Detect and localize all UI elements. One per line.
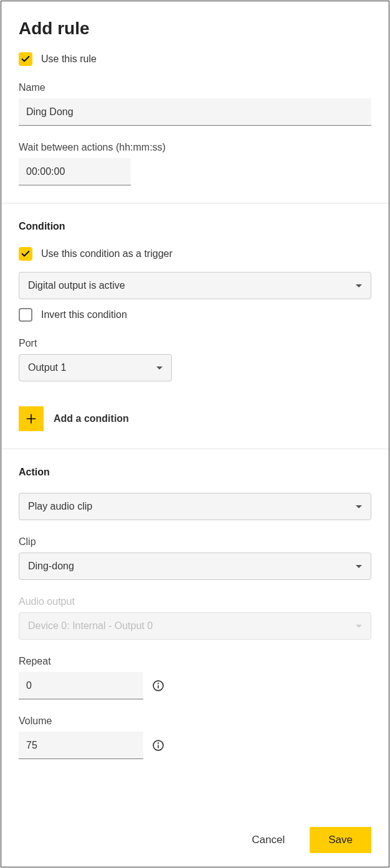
add-condition-label: Add a condition — [54, 413, 129, 424]
action-type-value: Play audio clip — [28, 501, 92, 512]
repeat-label: Repeat — [19, 656, 371, 667]
use-as-trigger-checkbox[interactable] — [19, 247, 32, 261]
svg-point-4 — [158, 683, 159, 684]
save-button[interactable]: Save — [310, 827, 371, 853]
use-as-trigger-row: Use this condition as a trigger — [19, 247, 371, 261]
condition-title: Condition — [19, 221, 371, 232]
port-select[interactable]: Output 1 — [19, 354, 172, 381]
page-title: Add rule — [19, 19, 371, 39]
name-input[interactable] — [19, 98, 371, 126]
chevron-down-icon — [356, 625, 362, 628]
info-icon[interactable] — [152, 679, 164, 692]
chevron-down-icon — [356, 565, 362, 568]
chevron-down-icon — [156, 366, 163, 370]
action-type-select[interactable]: Play audio clip — [19, 493, 371, 520]
wait-label: Wait between actions (hh:mm:ss) — [19, 142, 371, 153]
audio-output-select: Device 0: Internal - Output 0 — [19, 612, 371, 640]
cancel-button[interactable]: Cancel — [248, 833, 288, 847]
volume-input[interactable] — [19, 732, 143, 759]
wait-field-block: Wait between actions (hh:mm:ss) — [19, 142, 371, 185]
invert-row: Invert this condition — [19, 308, 371, 322]
use-rule-label: Use this rule — [41, 54, 97, 65]
footer: Cancel Save — [248, 827, 371, 853]
rule-header-section: Add rule Use this rule Name Wait between… — [1, 1, 389, 203]
condition-type-block: Digital output is active — [19, 272, 371, 299]
add-rule-panel: Add rule Use this rule Name Wait between… — [1, 1, 389, 867]
svg-point-7 — [158, 743, 159, 744]
add-condition-button[interactable] — [19, 406, 44, 431]
check-icon — [21, 249, 31, 259]
wait-input[interactable] — [19, 158, 131, 185]
clip-label: Clip — [19, 536, 371, 548]
volume-label: Volume — [19, 716, 371, 727]
invert-checkbox[interactable] — [19, 308, 32, 322]
plus-icon — [25, 413, 37, 425]
name-label: Name — [19, 82, 371, 93]
check-icon — [21, 54, 31, 64]
condition-type-value: Digital output is active — [28, 280, 125, 291]
name-field-block: Name — [19, 82, 371, 126]
clip-value: Ding-dong — [28, 561, 74, 572]
info-icon[interactable] — [152, 739, 164, 752]
use-rule-row: Use this rule — [19, 52, 371, 66]
repeat-field-block: Repeat — [19, 656, 371, 699]
port-field-block: Port Output 1 — [19, 338, 371, 381]
action-title: Action — [19, 467, 371, 478]
chevron-down-icon — [356, 284, 362, 287]
use-as-trigger-label: Use this condition as a trigger — [41, 248, 173, 259]
condition-type-select[interactable]: Digital output is active — [19, 272, 371, 299]
repeat-input[interactable] — [19, 672, 143, 699]
volume-field-block: Volume — [19, 716, 371, 759]
invert-label: Invert this condition — [41, 309, 127, 320]
add-condition-row: Add a condition — [19, 406, 371, 431]
port-value: Output 1 — [28, 362, 66, 373]
action-section: Action Play audio clip Clip Ding-dong Au… — [1, 449, 389, 777]
action-type-block: Play audio clip — [19, 493, 371, 520]
clip-select[interactable]: Ding-dong — [19, 553, 371, 580]
audio-output-block: Audio output Device 0: Internal - Output… — [19, 596, 371, 640]
audio-output-value: Device 0: Internal - Output 0 — [28, 620, 153, 632]
chevron-down-icon — [356, 505, 362, 508]
use-rule-checkbox[interactable] — [19, 52, 32, 66]
clip-field-block: Clip Ding-dong — [19, 536, 371, 580]
condition-section: Condition Use this condition as a trigge… — [1, 203, 389, 449]
audio-output-label: Audio output — [19, 596, 371, 607]
port-label: Port — [19, 338, 371, 349]
